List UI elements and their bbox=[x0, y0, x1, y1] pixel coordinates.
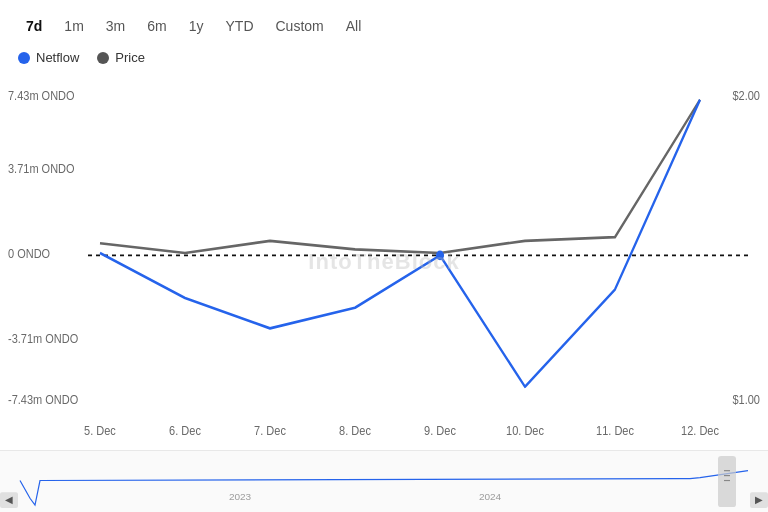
price-dot bbox=[97, 52, 109, 64]
x-label-10dec: 10. Dec bbox=[506, 423, 544, 438]
x-axis: 5. Dec 6. Dec 7. Dec 8. Dec 9. Dec 10. D… bbox=[84, 423, 719, 438]
legend-row: Netflow Price bbox=[0, 46, 768, 73]
y-label-0: 0 ONDO bbox=[8, 246, 50, 261]
main-container: 7d 1m 3m 6m 1y YTD Custom All Netflow Pr… bbox=[0, 0, 768, 512]
x-label-5dec: 5. Dec bbox=[84, 423, 116, 438]
btn-7d[interactable]: 7d bbox=[18, 14, 50, 38]
btn-all[interactable]: All bbox=[338, 14, 370, 38]
chart-area: IntoTheBlock 7.43m ONDO 3.71m ONDO 0 OND… bbox=[0, 73, 768, 450]
x-label-6dec: 6. Dec bbox=[169, 423, 201, 438]
nav-left-arrow-icon: ◀ bbox=[5, 494, 13, 505]
time-range-bar: 7d 1m 3m 6m 1y YTD Custom All bbox=[0, 0, 768, 46]
nav-2024-label: 2024 bbox=[479, 491, 502, 502]
x-label-7dec: 7. Dec bbox=[254, 423, 286, 438]
btn-1m[interactable]: 1m bbox=[56, 14, 91, 38]
svg-rect-0 bbox=[0, 451, 768, 512]
netflow-label: Netflow bbox=[36, 50, 79, 65]
x-label-12dec: 12. Dec bbox=[681, 423, 719, 438]
nav-2023-label: 2023 bbox=[229, 491, 252, 502]
x-label-9dec: 9. Dec bbox=[424, 423, 456, 438]
price-label: Price bbox=[115, 50, 145, 65]
netflow-line bbox=[100, 100, 700, 387]
y-label-743: 7.43m ONDO bbox=[8, 88, 75, 103]
btn-3m[interactable]: 3m bbox=[98, 14, 133, 38]
btn-6m[interactable]: 6m bbox=[139, 14, 174, 38]
y-label-371: 3.71m ONDO bbox=[8, 161, 75, 176]
netflow-cross-dot bbox=[436, 251, 444, 261]
nav-right-arrow-icon: ▶ bbox=[755, 494, 763, 505]
legend-netflow: Netflow bbox=[18, 50, 79, 65]
y-axis-right: $2.00 $1.00 bbox=[732, 88, 760, 407]
x-label-8dec: 8. Dec bbox=[339, 423, 371, 438]
x-label-11dec: 11. Dec bbox=[596, 423, 634, 438]
y-right-200: $2.00 bbox=[732, 88, 760, 103]
price-line bbox=[100, 100, 700, 253]
netflow-dot bbox=[18, 52, 30, 64]
y-axis-left: 7.43m ONDO 3.71m ONDO 0 ONDO -3.71m ONDO… bbox=[8, 88, 78, 407]
navigator-svg: 2023 2024 ◀ ▶ bbox=[0, 451, 768, 512]
y-right-100: $1.00 bbox=[732, 392, 760, 407]
btn-ytd[interactable]: YTD bbox=[218, 14, 262, 38]
y-label-neg743: -7.43m ONDO bbox=[8, 392, 78, 407]
legend-price: Price bbox=[97, 50, 145, 65]
btn-custom[interactable]: Custom bbox=[268, 14, 332, 38]
navigator[interactable]: 2023 2024 ◀ ▶ bbox=[0, 450, 768, 512]
btn-1y[interactable]: 1y bbox=[181, 14, 212, 38]
chart-svg: 7.43m ONDO 3.71m ONDO 0 ONDO -3.71m ONDO… bbox=[0, 73, 768, 450]
nav-handle[interactable] bbox=[718, 456, 736, 507]
y-label-neg371: -3.71m ONDO bbox=[8, 331, 78, 346]
